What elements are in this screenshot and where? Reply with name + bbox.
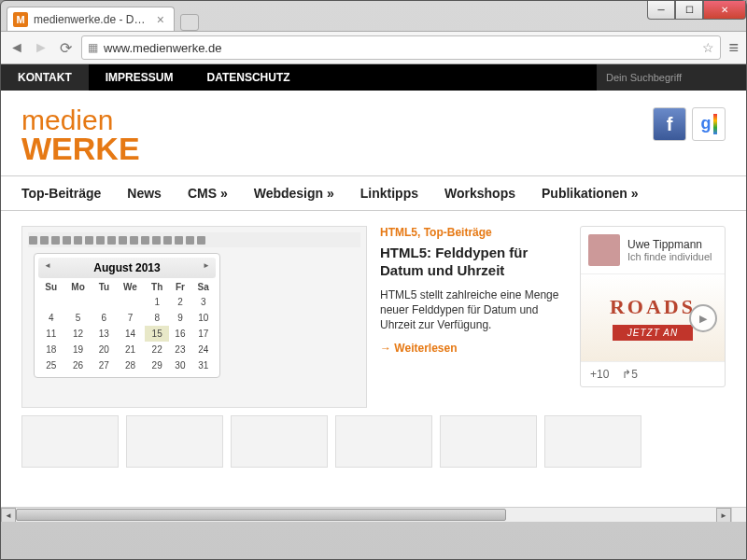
window-minimize-button[interactable]: ─ bbox=[647, 1, 675, 20]
url-input[interactable] bbox=[104, 41, 697, 55]
read-more-link[interactable]: Weiterlesen bbox=[380, 342, 458, 355]
author-name[interactable]: Uwe Tippmann bbox=[627, 238, 712, 251]
facebook-icon[interactable]: f bbox=[653, 107, 686, 141]
google-plus-icon[interactable]: g bbox=[692, 107, 726, 141]
reload-button[interactable]: ⟳ bbox=[57, 39, 74, 56]
nav-workshops[interactable]: Workshops bbox=[444, 186, 515, 201]
site-logo[interactable]: medien WERKE bbox=[21, 107, 140, 164]
article-title[interactable]: HTML5: Felddypen für Datum und Uhrzeit bbox=[380, 245, 567, 280]
chrome-menu-button[interactable]: ≡ bbox=[728, 38, 739, 58]
bookmark-icon[interactable]: ☆ bbox=[702, 40, 714, 55]
topnav-impressum[interactable]: IMPRESSUM bbox=[89, 64, 190, 91]
forward-button[interactable]: ► bbox=[33, 39, 49, 56]
window-close-button[interactable]: ✕ bbox=[703, 1, 746, 20]
tab-close-icon[interactable]: × bbox=[157, 12, 164, 27]
slider-thumb[interactable] bbox=[231, 415, 328, 468]
author-subtitle: Ich finde individuel bbox=[627, 251, 712, 262]
browser-tab[interactable]: M medienwerke.de - Daniel × bbox=[7, 7, 175, 31]
play-icon[interactable]: ▶ bbox=[689, 304, 717, 332]
back-button[interactable]: ◄ bbox=[8, 39, 25, 56]
promo-sub: JETZT AN bbox=[613, 325, 693, 341]
article-excerpt: HTML5 stellt zahlreiche eine Menge neuer… bbox=[380, 287, 567, 333]
logo-line2: WERKE bbox=[21, 133, 140, 164]
slider-thumb[interactable] bbox=[544, 415, 641, 468]
nav-linktipps[interactable]: Linktipps bbox=[360, 186, 418, 201]
nav-publikationen[interactable]: Publikationen » bbox=[542, 186, 638, 201]
plus-one-count[interactable]: +10 bbox=[590, 368, 609, 381]
main-navigation: Top-Beiträge News CMS » Webdesign » Link… bbox=[1, 175, 746, 211]
feature-image[interactable]: August 2013 SuMoTuWeThFrSa 1234567891011… bbox=[21, 226, 367, 408]
nav-cms[interactable]: CMS » bbox=[188, 186, 228, 201]
scroll-thumb[interactable] bbox=[16, 509, 506, 521]
new-tab-button[interactable] bbox=[180, 14, 199, 31]
calendar-grid: SuMoTuWeThFrSa 1234567891011121314151617… bbox=[38, 280, 216, 373]
horizontal-scrollbar[interactable]: ◄ ► bbox=[1, 507, 731, 522]
topnav-datenschutz[interactable]: DATENSCHUTZ bbox=[190, 64, 306, 91]
cat-html5[interactable]: HTML5 bbox=[380, 226, 417, 239]
topnav-kontakt[interactable]: KONTAKT bbox=[1, 64, 89, 91]
resize-grip[interactable] bbox=[731, 507, 746, 522]
site-info-icon[interactable]: ▦ bbox=[88, 41, 98, 54]
scroll-left-button[interactable]: ◄ bbox=[1, 508, 16, 522]
site-search-input[interactable]: Dein Suchbegriff bbox=[597, 64, 746, 91]
slider-thumb[interactable] bbox=[335, 415, 432, 468]
nav-top-beitraege[interactable]: Top-Beiträge bbox=[21, 186, 101, 201]
slider-thumb[interactable] bbox=[440, 415, 537, 468]
tab-title: medienwerke.de - Daniel bbox=[34, 13, 151, 26]
google-plus-widget: Uwe Tippmann Ich finde individuel ROADS … bbox=[580, 226, 726, 387]
logo-line1: medien bbox=[21, 107, 140, 133]
nav-webdesign[interactable]: Webdesign » bbox=[254, 186, 334, 201]
scroll-right-button[interactable]: ► bbox=[716, 508, 731, 522]
slider-thumb[interactable] bbox=[126, 415, 223, 468]
window-maximize-button[interactable]: ☐ bbox=[675, 1, 703, 20]
avatar[interactable] bbox=[588, 234, 620, 266]
cat-top[interactable]: Top-Beiträge bbox=[424, 226, 492, 239]
promo-text: ROADS bbox=[610, 295, 696, 319]
address-bar[interactable]: ▦ ☆ bbox=[81, 35, 721, 60]
slider-thumb[interactable] bbox=[21, 415, 119, 468]
nav-news[interactable]: News bbox=[127, 186, 162, 201]
share-count[interactable]: ↱5 bbox=[622, 368, 638, 381]
calendar-title: August 2013 bbox=[38, 258, 216, 278]
promo-image[interactable]: ROADS JETZT AN ▶ bbox=[581, 273, 725, 362]
article-categories: HTML5, Top-Beiträge bbox=[380, 226, 567, 239]
favicon: M bbox=[13, 12, 28, 27]
